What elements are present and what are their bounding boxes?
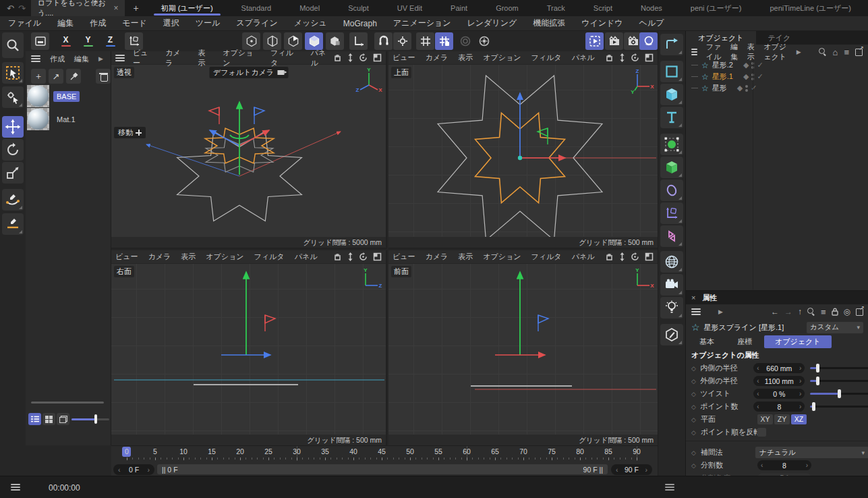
object-name[interactable]: 星形 [712,83,727,93]
layer-icon[interactable]: ◆ [743,72,749,81]
viewport-top[interactable]: ビューカメラ表示オプションフィルタパネル 上面 Z X Y [388,51,658,249]
frame-increment-icon[interactable]: › [147,466,150,474]
viewport-menu-2[interactable]: 表示 [458,53,473,63]
key-diamond-icon[interactable]: ◇ [691,462,701,469]
viewport-menu-1[interactable]: カメラ [148,252,171,262]
attribute-filter-icon[interactable]: ≡ [821,307,826,317]
attribute-spinner[interactable]: ‹660 mm› [753,363,805,373]
layout-tab-4[interactable]: UV Edit [383,0,436,16]
viewport-top-canvas[interactable]: 上面 Z X Y グリッド間隔 : 500 mm [388,65,658,248]
viewport-right-label[interactable]: 右面 [114,266,134,277]
viewport-menu-3[interactable]: オプション [483,53,521,63]
spline-pen-tool[interactable] [2,189,24,211]
object-search-icon[interactable] [819,48,827,56]
undock-icon[interactable] [855,49,863,56]
layout-tab-2[interactable]: Model [285,0,334,16]
viewport-perspective[interactable]: ビューカメラ表示オプションフィルタパネル 透視 デフォルトカメラ 移動 [111,51,387,249]
rotate-tool[interactable] [2,139,24,161]
spin-decrement-icon[interactable]: ‹ [757,390,759,397]
pan-hand-icon[interactable] [605,53,614,62]
material-hamburger-icon[interactable] [31,54,40,63]
viewport-persp-label[interactable]: 透視 [114,67,134,78]
object-row-1[interactable]: ☆星形.1◆✓ [686,71,868,82]
dolly-zoom-icon[interactable] [347,53,353,62]
document-tab[interactable]: ロフトをもっと使おう.... × [31,0,125,16]
viewport-menu-5[interactable]: パネル [572,53,595,63]
right-axis-gizmo[interactable]: Y Z [355,267,383,294]
workplane-mode-button[interactable] [349,32,368,50]
attribute-menu-more-icon[interactable]: ▶ [718,308,723,315]
layout-tab-7[interactable]: Track [533,0,579,16]
attribute-value[interactable]: 8 [782,462,786,470]
material-menu-more-icon[interactable]: ▶ [98,55,103,62]
viewport-menu-0[interactable]: ビュー [115,252,138,262]
x-axis-lock-button[interactable]: X [57,32,75,50]
dolly-zoom-icon[interactable] [619,252,625,261]
viewport-top-label[interactable]: 上面 [391,67,411,78]
menu-item-4[interactable]: 選択 [163,18,179,29]
key-diamond-icon[interactable]: ◇ [691,365,700,372]
orbit-icon[interactable] [631,252,639,261]
layout-tab-0[interactable]: 初期 (ユーザー) [147,0,227,16]
menu-item-11[interactable]: 機能拡張 [533,18,565,29]
viewport-menu-1[interactable]: カメラ [426,53,449,63]
light-object-button[interactable] [660,297,683,319]
material-list-view-button[interactable] [28,413,41,425]
menu-item-0[interactable]: ファイル [8,18,41,29]
layout-tab-8[interactable]: Script [579,0,627,16]
attribute-slider[interactable] [810,389,868,398]
viewport-front-canvas[interactable]: 前面 Y X グリッド間隔 : 500 mm [388,264,658,445]
material-menu-create[interactable]: 作成 [50,54,65,64]
spin-increment-icon[interactable]: › [799,390,801,397]
home-icon[interactable]: ⌂ [833,47,838,57]
cube-primitive-button[interactable] [660,84,683,105]
keyframe-record-icon[interactable] [456,32,474,50]
material-name[interactable]: Mat.1 [53,114,79,125]
spin-increment-icon[interactable]: › [799,403,801,410]
snap-toggle-button[interactable] [374,32,393,50]
plane-option-zy[interactable]: ZY [774,414,790,424]
maximize-view-icon[interactable] [645,53,654,62]
pan-hand-icon[interactable] [333,252,342,261]
material-item-1[interactable]: Mat.1 [27,108,79,130]
status-menu-icon[interactable] [11,482,20,492]
tweak-tool[interactable] [2,86,24,108]
object-row-0[interactable]: ☆星形.2◆✓ [686,59,868,71]
dolly-zoom-icon[interactable] [619,53,625,62]
plane-option-xz[interactable]: XZ [791,414,807,424]
key-diamond-icon[interactable]: ◇ [691,378,700,385]
camera-object-button[interactable] [660,274,683,296]
layout-tab-6[interactable]: Groom [482,0,533,16]
range-start-label[interactable]: || 0 F [157,466,178,474]
material-menu-edit[interactable]: 編集 [74,54,89,64]
slider-handle[interactable] [816,377,819,385]
material-scrollbar[interactable] [31,402,104,404]
z-axis-lock-button[interactable]: Z [101,32,119,50]
material-preview[interactable] [27,85,49,107]
interactive-render-region-button[interactable] [639,32,658,50]
menu-item-6[interactable]: スプライン [236,18,277,29]
spin-decrement-icon[interactable]: ‹ [757,377,759,385]
menu-item-2[interactable]: 作成 [90,18,106,29]
object-manager-hamburger-icon[interactable] [691,47,697,57]
object-name[interactable]: 星形.1 [712,72,733,82]
pan-hand-icon[interactable] [605,252,614,261]
attribute-search-icon[interactable] [807,308,815,316]
material-zoom-slider[interactable] [71,416,109,422]
viewport-front[interactable]: ビューカメラ表示オプションフィルタパネル 前面 Y X グリッド間隔 : 500… [388,250,658,445]
history-back-icon[interactable]: ← [771,307,779,316]
key-diamond-icon[interactable]: ◇ [691,429,701,436]
move-tool[interactable] [2,116,24,138]
apply-material-button[interactable]: ↗ [49,69,63,84]
orbit-icon[interactable] [359,53,368,62]
layout-tab-9[interactable]: Nodes [627,0,676,16]
viewport-menu-5[interactable]: パネル [295,252,318,262]
menu-item-12[interactable]: ウインドウ [581,18,623,29]
spline-arc-tool-button[interactable] [660,34,683,55]
redo-icon[interactable]: ↷ [18,3,26,13]
viewport-menu-1[interactable]: カメラ [426,252,449,262]
search-commander-button[interactable] [2,32,24,58]
viewport-front-label[interactable]: 前面 [391,266,411,277]
enabled-check-icon[interactable]: ✓ [751,84,757,92]
last-tool-button[interactable] [31,32,49,50]
